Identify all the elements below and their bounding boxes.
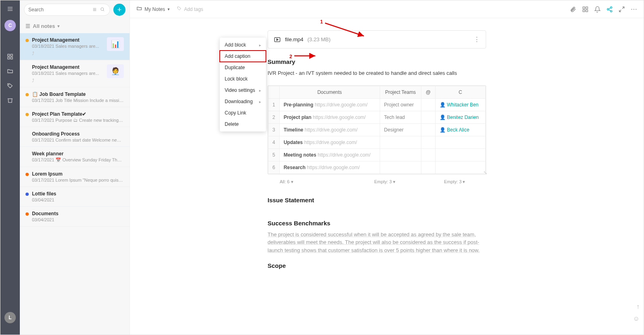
menu-item-video-settings[interactable]: Video settings▸: [220, 85, 266, 96]
table-header[interactable]: @: [421, 86, 435, 98]
table-row[interactable]: 6Research https://drive.google.com/: [268, 161, 486, 174]
menu-item-add-caption[interactable]: Add caption: [220, 51, 266, 62]
svg-rect-12: [583, 10, 585, 12]
notes-header-label: All notes: [33, 23, 55, 29]
menu-item-label: Add block: [225, 42, 246, 48]
note-meta: 03/04/2021: [32, 217, 124, 222]
menu-item-duplicate[interactable]: Duplicate: [220, 62, 266, 73]
tag-icon[interactable]: [6, 82, 14, 89]
notes-header[interactable]: ☰ All notes ▾: [20, 19, 130, 33]
more-icon[interactable]: ⋯: [631, 6, 637, 13]
avatar-secondary[interactable]: L: [4, 312, 16, 323]
menu-item-delete[interactable]: Delete: [220, 119, 266, 130]
sidebar: ≡ + ☰ All notes ▾ Project Management03/1…: [20, 0, 130, 335]
note-meta: 03/17/2021 Job Title Mission Include a m…: [32, 98, 124, 103]
doc-cell: Updates https://drive.google.com/: [279, 136, 380, 148]
scope-heading: Scope: [268, 262, 611, 269]
table-row[interactable]: 5Meeting notes https://drive.google.com/: [268, 148, 486, 161]
note-item[interactable]: 📋 Job Board Template03/17/2021 Job Title…: [20, 87, 130, 107]
search-input[interactable]: [28, 7, 93, 13]
menu-item-lock-block[interactable]: Lock block: [220, 73, 266, 85]
file-more-icon[interactable]: ⋮: [474, 36, 480, 43]
contact-cell: [435, 161, 485, 174]
documents-table: DocumentsProject Teams@C 1Pre-planning h…: [268, 86, 486, 174]
at-cell: [421, 161, 435, 174]
note-item[interactable]: Project Management03/18/2021 Sales manag…: [20, 33, 130, 60]
folder-icon: [136, 6, 142, 13]
doc-cell: Pre-planning https://drive.google.com/: [279, 98, 380, 111]
row-number: 1: [268, 98, 280, 111]
row-number: 4: [268, 136, 280, 148]
note-dot: [26, 173, 29, 176]
share-icon: ⤴: [32, 51, 104, 56]
table-header[interactable]: Project Teams: [380, 86, 421, 98]
note-item[interactable]: Onboarding Process03/17/2021 Confirm sta…: [20, 127, 130, 147]
main: My Notes ▾ Add tags ⋯ ⋯: [130, 0, 644, 335]
svg-rect-3: [8, 54, 10, 56]
svg-rect-4: [11, 54, 13, 56]
grid-icon[interactable]: [582, 6, 589, 13]
table-footer-empty-1[interactable]: Empty: 3 ▾: [374, 179, 395, 184]
svg-rect-10: [583, 7, 585, 9]
svg-line-19: [622, 7, 624, 9]
search-box: ≡: [24, 4, 110, 16]
table-row[interactable]: 1Pre-planning https://drive.google.com/P…: [268, 98, 486, 111]
topbar: My Notes ▾ Add tags ⋯: [130, 0, 644, 18]
trash-icon[interactable]: [6, 97, 14, 104]
svg-rect-5: [8, 57, 10, 59]
table-header[interactable]: Documents: [279, 86, 380, 98]
table-row[interactable]: 3Timeline https://drive.google.com/Desig…: [268, 123, 486, 136]
menu-item-add-block[interactable]: Add block▸: [220, 39, 266, 51]
note-dot: [26, 153, 29, 156]
table-row[interactable]: 2Project plan https://drive.google.com/T…: [268, 111, 486, 123]
filter-icon[interactable]: ≡: [93, 6, 98, 13]
app-frame: C L ≡ + ☰ All notes ▾ Project Management…: [0, 0, 644, 335]
contact-cell: [435, 136, 485, 148]
share-icon[interactable]: [606, 6, 613, 13]
menu-icon[interactable]: [6, 5, 14, 13]
doc-cell: Project plan https://drive.google.com/: [279, 111, 380, 123]
svg-point-14: [610, 6, 612, 8]
file-size: (3.23 MB): [308, 36, 331, 42]
table-footer-empty-2[interactable]: Empty: 3 ▾: [444, 179, 465, 184]
expand-icon[interactable]: [618, 6, 625, 13]
note-title: Lottie files: [32, 191, 124, 197]
note-item[interactable]: Project Management03/18/2021 Sales manag…: [20, 60, 130, 87]
svg-rect-11: [586, 7, 588, 9]
bell-icon[interactable]: [594, 6, 601, 13]
contact-cell: 👤 Benitez Darien: [435, 111, 485, 123]
doc-cell: Research https://drive.google.com/: [279, 161, 380, 174]
note-title: Project Plan Template✔: [32, 111, 124, 117]
team-cell: Project owner: [380, 98, 421, 111]
table-row[interactable]: 4Updates https://drive.google.com/: [268, 136, 486, 148]
svg-line-17: [609, 8, 611, 9]
tag-icon: [177, 6, 182, 12]
note-item[interactable]: Project Plan Template✔03/17/2021 Purpose…: [20, 107, 130, 127]
note-item[interactable]: Documents03/04/2021: [20, 207, 130, 227]
note-item[interactable]: Week planner03/17/2021 📅 Overview Sunday…: [20, 147, 130, 167]
add-note-button[interactable]: +: [113, 4, 125, 16]
folder-icon[interactable]: [6, 68, 14, 75]
attachment-icon[interactable]: [570, 6, 576, 13]
document-body: ⋯ file.mp4 (3.23 MB) ⋮ Add block▸Add cap…: [130, 18, 644, 335]
note-title: Project Management: [32, 37, 104, 43]
breadcrumb[interactable]: My Notes ▾: [136, 6, 170, 13]
scroll-to-top-icon[interactable]: ↑: [636, 303, 640, 310]
file-block[interactable]: file.mp4 (3.23 MB) ⋮: [268, 30, 486, 49]
menu-item-copy-link[interactable]: Copy Link: [220, 107, 266, 119]
home-icon[interactable]: [6, 53, 14, 60]
note-item[interactable]: Lorem Ipsum03/17/2021 Lorem Ipsum "Neque…: [20, 167, 130, 187]
avatar[interactable]: C: [4, 20, 16, 31]
file-name: file.mp4: [285, 36, 304, 42]
feedback-icon[interactable]: ☺: [633, 315, 640, 322]
search-icon[interactable]: [100, 6, 106, 13]
table-header[interactable]: C: [435, 86, 485, 98]
table-resize-handle[interactable]: ⤡: [483, 170, 487, 176]
svg-point-7: [9, 85, 9, 85]
note-item[interactable]: Lottie files03/04/2021: [20, 187, 130, 207]
table-footer-all[interactable]: All: 6 ▾: [280, 179, 293, 184]
note-dot: [26, 93, 29, 96]
add-tags-button[interactable]: Add tags: [177, 6, 203, 12]
chevron-down-icon: ▾: [57, 24, 60, 28]
menu-item-downloading[interactable]: Downloading▸: [220, 96, 266, 107]
